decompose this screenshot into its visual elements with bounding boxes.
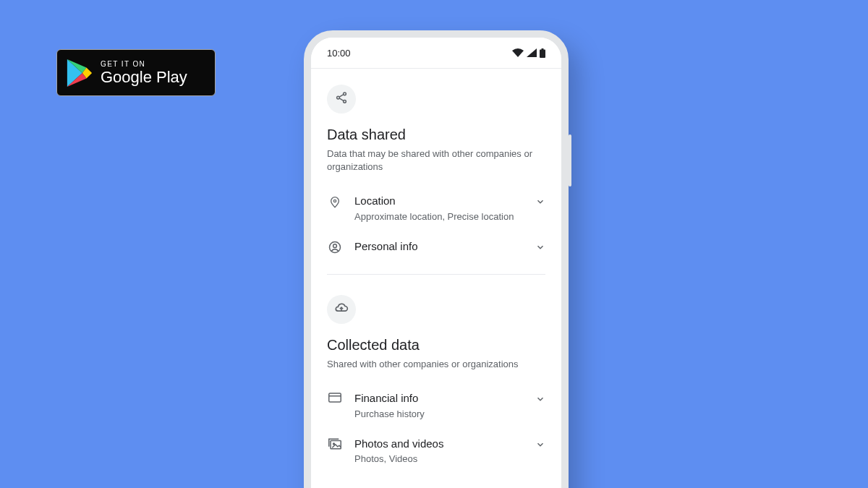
badge-line1: GET IT ON: [101, 61, 187, 68]
share-icon-container: [327, 85, 356, 114]
chevron-down-icon: [535, 194, 545, 210]
svg-rect-15: [329, 393, 341, 402]
google-play-icon: [66, 58, 93, 88]
svg-rect-4: [540, 49, 545, 58]
status-icons: [512, 48, 545, 58]
person-icon: [327, 239, 343, 254]
section-heading: Collected data: [327, 337, 545, 354]
cloud-upload-icon: [334, 302, 349, 317]
battery-icon: [540, 48, 545, 58]
item-desc: Purchase history: [354, 408, 535, 419]
share-icon: [335, 91, 348, 107]
section-subheading: Data that may be shared with other compa…: [327, 147, 545, 174]
item-title: Photos and videos: [354, 437, 535, 451]
cloud-icon-container: [327, 295, 356, 324]
section-collected-data: Collected data Shared with other compani…: [327, 285, 545, 473]
section-subheading: Shared with other companies or organizat…: [327, 358, 545, 371]
gallery-icon: [327, 437, 343, 450]
status-time: 10:00: [327, 48, 351, 59]
cell-signal-icon: [527, 48, 537, 57]
item-title: Location: [354, 194, 535, 208]
section-data-shared: Data shared Data that may be shared with…: [327, 69, 545, 264]
google-play-text: GET IT ON Google Play: [101, 61, 187, 85]
divider: [327, 274, 545, 275]
chevron-down-icon: [535, 391, 545, 407]
item-photos-videos[interactable]: Photos and videos Photos, Videos: [327, 428, 545, 474]
phone-screen: 10:00: [311, 38, 561, 488]
svg-line-10: [339, 98, 344, 100]
wifi-icon: [512, 48, 524, 57]
section-heading: Data shared: [327, 127, 545, 143]
phone-mockup: 10:00: [304, 30, 569, 488]
item-title: Financial info: [354, 391, 535, 406]
svg-point-7: [337, 96, 340, 99]
item-desc: Photos, Videos: [354, 453, 535, 464]
item-desc: Approximate location, Precise location: [354, 211, 535, 222]
badge-line2: Google Play: [101, 69, 187, 85]
svg-point-18: [333, 443, 335, 445]
svg-point-8: [344, 100, 346, 103]
chevron-down-icon: [535, 437, 545, 453]
svg-rect-5: [542, 48, 544, 50]
svg-point-11: [333, 200, 336, 202]
credit-card-icon: [327, 391, 343, 403]
google-play-badge[interactable]: GET IT ON Google Play: [56, 49, 216, 96]
item-title: Personal info: [354, 239, 535, 254]
item-financial-info[interactable]: Financial info Purchase history: [327, 382, 545, 428]
svg-line-9: [339, 95, 344, 97]
item-personal-info[interactable]: Personal info: [327, 231, 545, 264]
item-location[interactable]: Location Approximate location, Precise l…: [327, 185, 545, 231]
location-pin-icon: [327, 194, 343, 210]
status-bar: 10:00: [327, 38, 545, 68]
svg-point-13: [333, 244, 337, 248]
chevron-down-icon: [535, 239, 545, 255]
svg-point-6: [344, 93, 346, 95]
